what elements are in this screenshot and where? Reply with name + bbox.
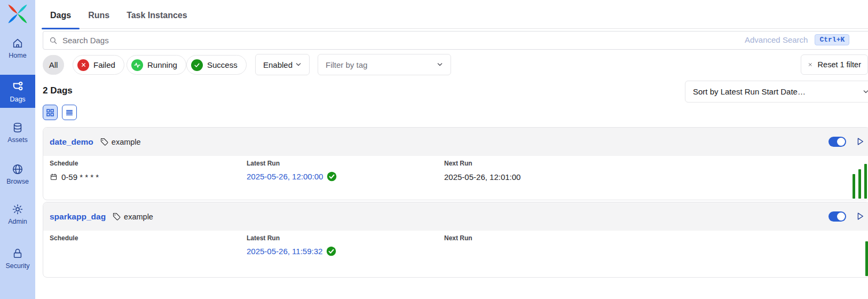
- next-run-value: 2025-05-26, 12:01:00: [444, 172, 520, 182]
- dag-enabled-toggle[interactable]: [828, 211, 846, 222]
- database-icon: [12, 122, 23, 133]
- dag-count: 2 Dags: [43, 85, 73, 96]
- schedule-text: 0-59 * * * *: [61, 172, 99, 182]
- tab-dags[interactable]: Dags: [42, 6, 80, 28]
- dag-card-header: sparkapp_dag example: [43, 202, 868, 231]
- globe-icon: [12, 163, 23, 175]
- gear-icon: [12, 203, 23, 215]
- dag-tag[interactable]: example: [112, 212, 153, 221]
- schedule-column: Schedule: [50, 234, 78, 242]
- dag-name-link[interactable]: date_demo: [50, 137, 93, 147]
- calendar-icon: [50, 173, 58, 181]
- schedule-value: 0-59 * * * *: [50, 172, 99, 182]
- success-check-icon: [326, 246, 336, 256]
- chip-label: Running: [147, 60, 177, 69]
- tag-icon: [100, 137, 109, 146]
- select-placeholder: Filter by tag: [326, 60, 436, 69]
- tab-task-instances[interactable]: Task Instances: [118, 6, 196, 28]
- latest-run-value[interactable]: 2025-05-26, 12:00:00: [247, 171, 337, 182]
- dag-card: date_demo example Schedule 0-59 * * * * …: [43, 127, 868, 200]
- sidebar-item-label: Browse: [6, 178, 29, 185]
- play-icon: [855, 137, 865, 146]
- filter-chip-failed[interactable]: Failed: [73, 55, 124, 75]
- top-tabbar: Dags Runs Task Instances: [42, 6, 868, 29]
- chip-label: Success: [207, 60, 238, 69]
- chevron-down-icon: [294, 60, 303, 69]
- enabled-filter-select[interactable]: Enabled: [255, 54, 310, 75]
- close-icon: [808, 61, 813, 68]
- search-icon: [49, 36, 58, 45]
- running-circle-icon: [131, 59, 143, 71]
- latest-run-label: Latest Run: [247, 160, 280, 167]
- home-icon: [12, 37, 23, 49]
- sidebar-item-label: Dags: [10, 96, 25, 103]
- play-icon: [855, 211, 865, 221]
- search-extras: Advanced Search Ctrl+K: [745, 34, 849, 45]
- advanced-search-link[interactable]: Advanced Search: [745, 35, 808, 44]
- next-run-label: Next Run: [444, 160, 472, 167]
- reset-filters-button[interactable]: Reset 1 filter: [801, 54, 868, 75]
- tag-icon: [112, 212, 121, 221]
- sidebar-item-security[interactable]: Security: [0, 245, 35, 270]
- latest-run-column: Latest Run: [247, 234, 280, 242]
- chevron-down-icon: [436, 60, 444, 69]
- sidebar-item-label: Home: [9, 52, 26, 59]
- sidebar-item-label: Security: [5, 262, 29, 270]
- trigger-dag-button[interactable]: [855, 137, 865, 146]
- logo-blade-green: [18, 14, 27, 23]
- sort-select[interactable]: Sort by Latest Run Start Date…: [685, 81, 868, 103]
- view-toggles: [43, 105, 77, 120]
- latest-run-label: Latest Run: [247, 234, 280, 242]
- sidebar: Home Dags Assets Browse Admin Security: [0, 0, 35, 299]
- latest-run-value[interactable]: 2025-05-26, 11:59:32: [247, 246, 336, 256]
- dag-card: sparkapp_dag example Schedule Latest Run…: [43, 202, 868, 278]
- toggle-knob: [837, 138, 845, 146]
- dag-tag[interactable]: example: [100, 137, 141, 146]
- next-run-column: Next Run: [444, 234, 472, 242]
- run-duration-bars[interactable]: [865, 241, 868, 276]
- airflow-logo[interactable]: [7, 3, 28, 25]
- toggle-knob: [837, 213, 845, 221]
- sidebar-item-label: Assets: [7, 136, 28, 144]
- dag-structure-icon: [11, 80, 24, 93]
- chip-label: Failed: [93, 60, 115, 69]
- dag-enabled-toggle[interactable]: [828, 137, 846, 147]
- schedule-label: Schedule: [50, 234, 78, 242]
- chip-label: All: [49, 60, 58, 69]
- grid-view-icon: [46, 108, 54, 117]
- sidebar-item-admin[interactable]: Admin: [0, 200, 35, 225]
- success-check-icon: [327, 171, 337, 182]
- sort-value: Sort by Latest Run Start Date…: [693, 87, 806, 96]
- logo-blade-teal: [18, 5, 27, 14]
- dag-card-header: date_demo example: [43, 128, 868, 156]
- lock-icon: [12, 248, 23, 259]
- sidebar-item-home[interactable]: Home: [0, 34, 35, 59]
- card-view-button[interactable]: [43, 105, 58, 120]
- list-view-icon: [65, 108, 74, 117]
- filter-chip-all[interactable]: All: [43, 55, 64, 75]
- next-run-label: Next Run: [444, 234, 472, 242]
- tag-label: example: [112, 138, 141, 146]
- chevron-down-icon: [862, 88, 868, 96]
- latest-run-text: 2025-05-26, 12:00:00: [247, 172, 323, 181]
- sidebar-item-browse[interactable]: Browse: [0, 160, 35, 185]
- run-duration-bars[interactable]: [853, 164, 867, 199]
- logo-blade-red: [9, 5, 18, 14]
- shortcut-badge[interactable]: Ctrl+K: [815, 34, 849, 45]
- logo-blade-blue: [9, 14, 18, 23]
- next-run-column: Next Run: [444, 160, 472, 167]
- filter-chip-running[interactable]: Running: [127, 55, 186, 75]
- sidebar-item-assets[interactable]: Assets: [0, 119, 35, 144]
- sidebar-item-label: Admin: [8, 218, 27, 225]
- schedule-label: Schedule: [50, 160, 78, 167]
- failed-circle-icon: [77, 59, 89, 71]
- success-circle-icon: [191, 59, 203, 71]
- trigger-dag-button[interactable]: [855, 211, 865, 221]
- schedule-column: Schedule: [50, 160, 78, 167]
- tab-runs[interactable]: Runs: [80, 6, 118, 28]
- sidebar-item-dags[interactable]: Dags: [0, 75, 35, 108]
- tag-filter-select[interactable]: Filter by tag: [318, 54, 451, 75]
- filter-chip-success[interactable]: Success: [186, 55, 247, 75]
- dag-name-link[interactable]: sparkapp_dag: [50, 212, 106, 222]
- table-view-button[interactable]: [62, 105, 77, 120]
